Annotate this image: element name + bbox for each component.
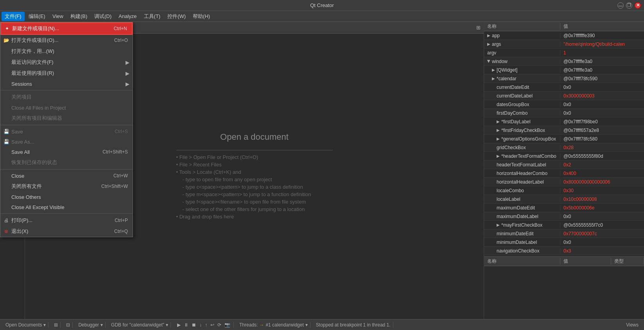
editor-expand-button[interactable]: ⊞ [473, 25, 484, 31]
table-row: localeCombo 0x30 [484, 186, 644, 195]
expand-arrow[interactable]: ▶ [492, 76, 495, 81]
expand-arrow[interactable]: ▶ [497, 223, 500, 227]
menu-item-build[interactable]: 构建(B) [67, 12, 90, 21]
status-split-btn[interactable]: ⊟ [64, 322, 73, 328]
debug-icon-7[interactable]: ⟳ [217, 322, 222, 328]
new-icon: ✦ [4, 26, 11, 31]
expand-arrow[interactable]: ▶ [497, 128, 500, 132]
menu-item-help[interactable]: 帮助(H) [190, 12, 213, 21]
table-row: minimumDateEdit 0x7700000007c [484, 229, 644, 238]
table-row: currentDateLabel 0x3000000003 [484, 92, 644, 100]
menu-save[interactable]: 💾 Save Ctrl+S [0, 126, 133, 137]
status-gdb[interactable]: GDB for "calendarwidget" ▾ [109, 322, 171, 328]
status-debugger-icons: ▶ ⏸ ⏹ ↓ ↑ ↩ ⟳ 📷 [174, 322, 234, 328]
threads-label: Threads: [239, 322, 258, 328]
debug-icon-6[interactable]: ↩ [210, 322, 215, 328]
status-add-btn[interactable]: ⊞ [52, 322, 61, 328]
table-row: ▶ *mayFirstCheckBox @0x55555555f7c0 [484, 221, 644, 229]
menu-save-all[interactable]: Save All Ctrl+Shift+S [0, 147, 133, 157]
table-row: maximumDateLabel 0x0 [484, 212, 644, 221]
separator-2 [0, 125, 133, 125]
menu-item-edit[interactable]: 编辑(E) [25, 12, 48, 21]
menu-item-analyze[interactable]: Analyze [115, 12, 140, 20]
debug-icon-4[interactable]: ↓ [199, 322, 203, 328]
status-open-docs[interactable]: Open Documents ▾ [3, 322, 48, 328]
menu-recent-projects[interactable]: 最近使用的项目(R) ▶ [0, 68, 133, 79]
menu-close-all-files-in-project[interactable]: Close All Files in Project [0, 103, 133, 113]
menu-close[interactable]: Close Ctrl+W [0, 171, 133, 181]
debug-icon-8[interactable]: 📷 [224, 322, 231, 328]
menu-exit[interactable]: ⊗ 退出(X) Ctrl+Q [0, 226, 133, 237]
expand-arrow[interactable]: ▶ [497, 137, 500, 141]
right-panel: 名称 值 ▶ app @0x7fffffffe390 ▶ args "/home… [484, 22, 644, 319]
table-body: ▶ app @0x7fffffffe390 ▶ args "/home/qinl… [484, 31, 644, 256]
separator-3 [0, 169, 133, 170]
expand-arrow[interactable]: ▶ [487, 42, 490, 46]
hint-line-7: - type f<space><filename> to open file f… [176, 199, 333, 205]
status-debugger[interactable]: Debugger ▾ [76, 322, 106, 328]
table-row: horizontalHeaderCombo 0x400 [484, 169, 644, 178]
thread-arrow: → [259, 322, 264, 328]
menu-close-others[interactable]: Close Others [0, 192, 133, 202]
window-controls: — ❐ ✕ [617, 2, 641, 9]
hint-line-2: • File > Recent Files [176, 162, 333, 168]
menu-close-all-editors[interactable]: 关闭所有项目和编辑器 [0, 113, 133, 124]
debug-icon-5[interactable]: ↑ [204, 322, 208, 328]
menu-new-file[interactable]: ✦ 新建文件或项目(N)... Ctrl+N [0, 22, 133, 35]
table-row: datesGroupBox 0x0 [484, 100, 644, 109]
menu-revert[interactable]: 恢复到已保存的状态 [0, 157, 133, 168]
table-row: currentDateEdit 0x0 [484, 83, 644, 92]
save-as-icon: 💾 [3, 139, 10, 144]
table-header: 名称 值 [484, 22, 644, 31]
menu-recent-files[interactable]: 最近访问的文件(F) ▶ [0, 57, 133, 68]
table-row: localeLabel 0x10c00000008 [484, 195, 644, 204]
maximize-button[interactable]: ❐ [626, 2, 632, 9]
expand-arrow[interactable]: ▶ [487, 60, 491, 63]
hint-line-8: - select one of the other filters for ju… [176, 206, 333, 212]
menu-item-file[interactable]: 文件(F) [2, 12, 25, 21]
menu-item-tools[interactable]: 工具(T) [141, 12, 164, 21]
close-window-button[interactable]: ✕ [635, 2, 641, 9]
menu-close-all-except-visible[interactable]: Close All Except Visible [0, 202, 133, 212]
bottom-col-value: 值 [560, 258, 611, 265]
menu-sessions[interactable]: Sessions ▶ [0, 79, 133, 89]
status-views[interactable]: Views [624, 322, 641, 328]
open-docs-label: Open Documents [5, 322, 42, 328]
open-docs-arrow: ▾ [43, 322, 46, 328]
hint-line-4: - type to open file from any open projec… [176, 177, 333, 182]
debug-icon-3[interactable]: ⏹ [191, 322, 197, 328]
table-row: ▶ *generalOptionsGroupBox @0x7ffff78fc58… [484, 135, 644, 143]
status-stopped: Stopped at breakpoint 1 in thread 1. [314, 322, 393, 328]
gdb-arrow: ▾ [166, 322, 168, 328]
expand-arrow[interactable]: ▶ [492, 68, 495, 72]
hint-line-9: • Drag and drop files here [176, 214, 333, 220]
expand-arrow[interactable]: ▶ [497, 154, 500, 158]
table-row: horizontalHeaderLabel 0x8000000000000006 [484, 178, 644, 186]
table-row: ▶ app @0x7fffffffe390 [484, 31, 644, 40]
window-title: Qt Creator [310, 2, 334, 8]
menu-print[interactable]: 🖨 打印(P)... Ctrl+P [0, 215, 133, 226]
debug-icon-1[interactable]: ▶ [176, 322, 181, 328]
menu-item-controls[interactable]: 控件(W) [164, 12, 189, 21]
menu-open-file-project[interactable]: 📂 打开文件或项目(O)... Ctrl+O [0, 35, 133, 46]
exit-icon: ⊗ [3, 229, 10, 234]
expand-arrow[interactable]: ▶ [497, 119, 500, 124]
table-row: navigationCheckBox 0x3 [484, 247, 644, 255]
debug-icon-2[interactable]: ⏸ [183, 322, 189, 328]
add-icon: ⊞ [54, 322, 58, 328]
table-row: gridCheckBox 0x28 [484, 143, 644, 152]
menu-item-view[interactable]: View [49, 12, 66, 20]
minimize-button[interactable]: — [617, 2, 624, 9]
hint-line-6: - type m<space><pattern> to jump to a fu… [176, 191, 333, 197]
menu-save-as[interactable]: 💾 Save As... [0, 137, 133, 147]
menu-close-all-files[interactable]: 关闭所有文件 Ctrl+Shift+W [0, 181, 133, 192]
menu-open-file-with[interactable]: 打开文件，用...(W) [0, 46, 133, 57]
menu-close-project[interactable]: 关闭项目 [0, 92, 133, 103]
title-bar: Qt Creator — ❐ ✕ [0, 0, 644, 11]
menu-item-debug[interactable]: 调试(D) [91, 12, 115, 21]
status-threads[interactable]: Threads: → #1 calendarwidget ▾ [237, 322, 310, 328]
table-row: headerTextFormatLabel 0x2 [484, 160, 644, 169]
variables-table: 名称 值 ▶ app @0x7fffffffe390 ▶ args "/home… [484, 22, 644, 256]
menu-bar: 文件(F) 编辑(E) View 构建(B) 调试(D) Analyze 工具(… [0, 11, 644, 22]
expand-arrow[interactable]: ▶ [487, 33, 490, 38]
